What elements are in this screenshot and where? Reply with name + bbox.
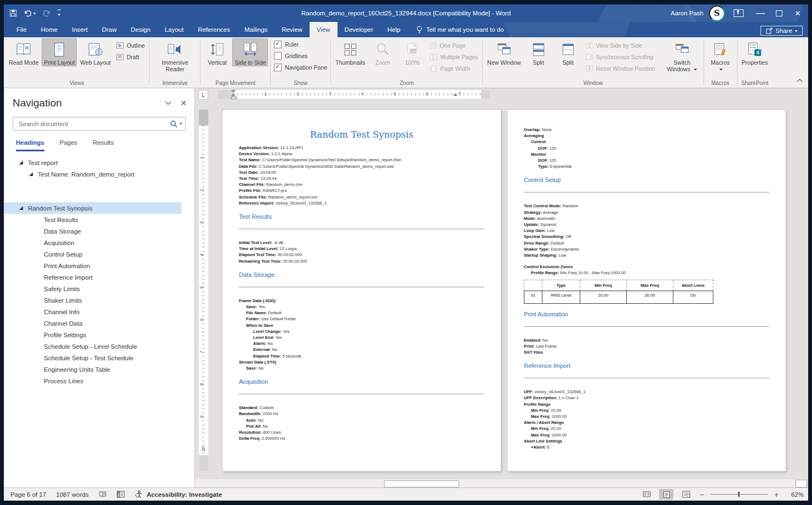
- left-indent-marker[interactable]: [231, 97, 237, 99]
- view-side-by-side-button[interactable]: View Side by Side: [584, 39, 657, 51]
- word-count[interactable]: 1087 words: [56, 491, 88, 498]
- zoom-out-button[interactable]: −: [699, 490, 705, 499]
- zoom-in-button[interactable]: +: [773, 490, 780, 499]
- tab-developer[interactable]: Developer: [338, 22, 380, 37]
- nav-heading-item[interactable]: Process Lines: [4, 375, 195, 387]
- expand-collapse-icon[interactable]: [29, 172, 33, 176]
- nav-heading-item[interactable]: Print Automation: [4, 260, 195, 271]
- web-layout-button[interactable]: Web Layout: [78, 38, 113, 66]
- gridlines-checkbox[interactable]: [274, 52, 282, 60]
- tab-headings[interactable]: Headings: [16, 139, 44, 151]
- zoom-percentage[interactable]: 62%: [785, 491, 804, 498]
- minimize-button[interactable]: —: [751, 4, 770, 22]
- side-to-side-button[interactable]: Side to Side: [232, 38, 268, 66]
- ruler-checkbox[interactable]: [274, 41, 282, 48]
- multiple-pages-button[interactable]: Multiple Pages: [428, 51, 479, 63]
- tab-draw[interactable]: Draw: [95, 22, 124, 37]
- user-name[interactable]: Aaron Pash: [671, 10, 704, 16]
- tab-stop-selector[interactable]: L: [198, 90, 208, 100]
- nav-heading-item[interactable]: Channel Data: [4, 317, 195, 329]
- tab-design[interactable]: Design: [124, 22, 158, 37]
- tell-me-box[interactable]: Tell me what you want to do: [416, 22, 504, 37]
- maximize-button[interactable]: [770, 4, 788, 22]
- web-layout-view-button[interactable]: [679, 489, 693, 500]
- tab-review[interactable]: Review: [275, 22, 310, 37]
- search-input[interactable]: [18, 120, 170, 128]
- expand-collapse-icon[interactable]: [19, 161, 23, 164]
- synchronous-scrolling-button[interactable]: Synchronous Scrolling: [584, 51, 657, 63]
- nav-heading-item[interactable]: Test report: [4, 157, 195, 168]
- search-icon[interactable]: [170, 120, 178, 128]
- tab-view[interactable]: View: [310, 22, 338, 37]
- tab-help[interactable]: Help: [380, 22, 408, 37]
- ruler-checkbox-row[interactable]: Ruler: [272, 38, 329, 50]
- nav-heading-item[interactable]: Data Storage: [4, 225, 195, 237]
- nav-heading-item[interactable]: Safety Limits: [4, 283, 195, 294]
- tab-results[interactable]: Results: [93, 139, 113, 151]
- scrollbar-corner-button[interactable]: [796, 480, 807, 487]
- macro-recording-icon[interactable]: [117, 491, 125, 498]
- horizontal-ruler[interactable]: 1234567: [218, 90, 490, 99]
- tab-mailings[interactable]: Mailings: [237, 22, 275, 37]
- ribbon-display-options-icon[interactable]: [734, 9, 744, 17]
- nav-heading-item[interactable]: Acquisition: [4, 237, 195, 248]
- nav-heading-item[interactable]: Test Name: Random_demo_report: [4, 168, 195, 180]
- search-dropdown-icon[interactable]: ▾: [180, 121, 182, 126]
- read-mode-view-button[interactable]: [639, 489, 654, 500]
- vertical-ruler[interactable]: 12345678910: [199, 110, 208, 471]
- page-indicator[interactable]: Page 6 of 17: [10, 491, 46, 498]
- collapse-ribbon-button[interactable]: [797, 75, 803, 84]
- right-indent-marker[interactable]: [453, 93, 458, 96]
- tab-pages[interactable]: Pages: [60, 139, 78, 151]
- accessibility-status[interactable]: Accessibility: Investigate: [135, 490, 222, 498]
- print-layout-button[interactable]: Print Layout: [42, 38, 77, 66]
- tab-file[interactable]: File: [9, 22, 34, 37]
- nav-heading-item[interactable]: Control Setup: [4, 248, 195, 260]
- proofing-status-icon[interactable]: [99, 491, 107, 498]
- tab-layout[interactable]: Layout: [158, 22, 191, 37]
- tab-insert[interactable]: Insert: [65, 22, 95, 37]
- avatar[interactable]: S: [709, 5, 725, 21]
- nav-heading-item[interactable]: Random Test Synopsis: [4, 202, 181, 214]
- zoom-slider-thumb[interactable]: [738, 492, 740, 497]
- new-window-button[interactable]: New Window: [485, 38, 523, 66]
- switch-windows-button[interactable]: Switch Windows: [663, 38, 701, 73]
- horizontal-scrollbar[interactable]: [195, 479, 795, 487]
- share-button[interactable]: Share ▾: [760, 26, 803, 36]
- first-line-indent-marker[interactable]: [231, 90, 236, 93]
- properties-button[interactable]: S Properties: [740, 38, 770, 66]
- hanging-indent-marker[interactable]: [231, 93, 236, 96]
- nav-heading-item[interactable]: Channel Info: [4, 306, 195, 317]
- one-page-button[interactable]: One Page: [428, 39, 479, 51]
- thumbnails-button[interactable]: Thumbnails: [333, 38, 367, 66]
- page-width-button[interactable]: Page Width: [428, 63, 479, 74]
- nav-heading-item[interactable]: Schedule Setup - Test Schedule: [4, 352, 195, 364]
- nav-heading-item[interactable]: Shaker Limits: [4, 294, 195, 306]
- vertical-button[interactable]: Vertical: [203, 38, 231, 66]
- print-layout-view-button[interactable]: [659, 489, 673, 500]
- macros-button[interactable]: Macros: [706, 38, 735, 73]
- zoom-slider[interactable]: [711, 494, 768, 495]
- outline-button[interactable]: Outline: [115, 39, 146, 51]
- nav-heading-item[interactable]: Reference Import: [4, 271, 195, 283]
- nav-heading-item[interactable]: Schedule Setup - Level Schedule: [4, 341, 195, 352]
- search-box[interactable]: ▾: [13, 117, 186, 130]
- tab-references[interactable]: References: [191, 22, 237, 37]
- horizontal-scrollbar-thumb[interactable]: [384, 480, 459, 487]
- draft-button[interactable]: Draft: [115, 51, 146, 63]
- navigation-pane-checkbox[interactable]: [274, 64, 282, 71]
- immersive-reader-button[interactable]: Immersive Reader: [152, 38, 198, 73]
- zoom-100-button[interactable]: 100 100%: [398, 38, 426, 66]
- nav-heading-item[interactable]: Profile Settings: [4, 329, 195, 341]
- tab-home[interactable]: Home: [34, 22, 65, 37]
- document-page-1[interactable]: Random Test SynopsisApplication Version:…: [222, 110, 501, 471]
- expand-collapse-icon[interactable]: [19, 206, 23, 210]
- close-button[interactable]: ✕: [788, 4, 807, 22]
- split-button[interactable]: Split: [554, 38, 582, 66]
- nav-heading-item[interactable]: Engineering Units Table: [4, 364, 195, 375]
- arrange-all-button[interactable]: Split: [524, 38, 553, 66]
- document-page-2[interactable]: Overlap: NoneAveragingControlDOF: 120Mon…: [507, 110, 786, 471]
- pane-options-chevron-icon[interactable]: [165, 99, 171, 107]
- read-mode-button[interactable]: Read Mode: [7, 38, 41, 66]
- close-pane-icon[interactable]: ✕: [180, 99, 187, 107]
